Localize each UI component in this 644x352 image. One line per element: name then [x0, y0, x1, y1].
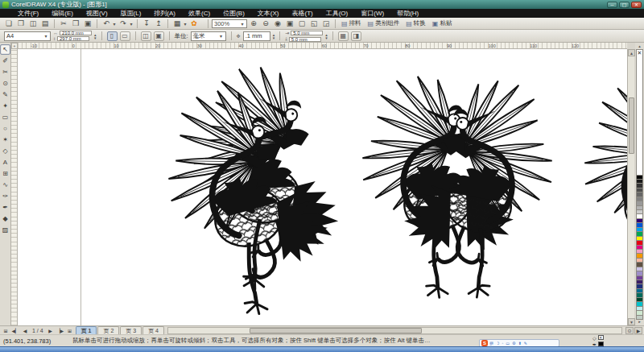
all-pages-button[interactable]: ◫ — [141, 31, 151, 41]
nudge-stepper[interactable]: ▴▾ — [273, 33, 275, 39]
palette-flyout-icon[interactable]: ▸ — [636, 319, 643, 325]
add-page-icon[interactable]: ⊞ — [66, 328, 74, 333]
menu-item[interactable]: 帮助(H) — [390, 9, 425, 18]
paper-size-stepper[interactable]: ▴▾ — [94, 33, 97, 39]
previous-page-icon[interactable]: ◀ — [21, 328, 29, 333]
scroll-right-icon[interactable]: ▶ — [634, 327, 642, 334]
page-tab[interactable]: 页 4 — [142, 326, 164, 334]
sogou-tool-icon[interactable]: 拼 — [489, 341, 493, 346]
page-tab[interactable]: 页 1 — [76, 326, 97, 334]
menu-item[interactable]: 视图(V) — [80, 9, 114, 18]
last-page-icon[interactable]: ▕▶ — [56, 328, 64, 333]
horizontal-scroll-thumb[interactable] — [250, 328, 422, 333]
smart-fill-tool[interactable]: ✦ — [0, 101, 10, 111]
polygon-tool[interactable]: ✶ — [0, 135, 10, 145]
zoom-page-height-icon[interactable]: ◲ — [320, 19, 332, 28]
new-document-icon[interactable]: ❏ — [3, 19, 14, 28]
paper-width-field[interactable]: 210.0 mm — [60, 31, 92, 35]
menu-item[interactable]: 文本(X) — [251, 9, 286, 18]
vertical-scrollbar[interactable]: ▲ ▼ — [627, 49, 634, 325]
sogou-tool-icon[interactable]: ▭ — [506, 341, 510, 346]
menu-item[interactable]: 表格(T) — [285, 9, 319, 18]
outline-pen-tool[interactable]: ✒ — [0, 202, 10, 213]
print-icon[interactable]: ▤ — [39, 19, 51, 28]
options-button[interactable]: ◨ — [351, 31, 361, 41]
sogou-tool-icon[interactable]: ◦ — [502, 341, 503, 346]
maximize-button[interactable]: ▢ — [619, 2, 630, 8]
app-launcher-icon[interactable]: ▦ — [171, 19, 183, 28]
menu-item[interactable]: 位图(B) — [217, 9, 251, 18]
scroll-up-icon[interactable]: ▲ — [628, 49, 635, 56]
close-button[interactable]: ✕ — [631, 2, 642, 8]
page-tab[interactable]: 页 3 — [120, 326, 142, 334]
no-color-swatch[interactable]: ✕ — [636, 49, 643, 176]
dropdown-caret-icon[interactable]: ▾ — [112, 21, 117, 27]
zoom-page-width-icon[interactable]: ◱ — [308, 19, 320, 28]
zoom-tool[interactable]: ⊙ — [0, 78, 10, 89]
chevron-down-icon[interactable]: ▾ — [240, 21, 245, 27]
pick-tool[interactable]: ↖ — [0, 44, 10, 55]
interactive-fill-tool[interactable]: ▨ — [0, 225, 10, 235]
zoom-out-icon[interactable]: ⊖ — [260, 19, 271, 28]
eyedropper-tool[interactable]: ✑ — [0, 191, 10, 201]
page-tab[interactable]: 页 2 — [97, 326, 119, 334]
vertical-scroll-thumb[interactable] — [629, 97, 634, 154]
welcome-screen-icon[interactable]: ✿ — [188, 19, 200, 28]
menu-item[interactable]: 效果(C) — [182, 9, 217, 18]
scroll-down-icon[interactable]: ▼ — [628, 318, 635, 325]
portrait-orientation-button[interactable]: ▯ — [107, 31, 118, 41]
sogou-tool-icon[interactable]: ☽ — [496, 341, 499, 346]
sogou-tool-icon[interactable]: ⚙ — [512, 341, 515, 346]
units-select[interactable]: 毫米 ▾ — [191, 31, 226, 41]
rectangle-tool[interactable]: ▭ — [0, 112, 10, 122]
menu-item[interactable]: 工具(O) — [320, 9, 355, 18]
copy-icon[interactable]: ❒ — [70, 19, 81, 28]
ellipse-tool[interactable]: ○ — [0, 123, 10, 134]
menu-item[interactable]: 文件(F) — [11, 9, 45, 18]
landscape-orientation-button[interactable]: ▭ — [120, 31, 130, 41]
interactive-blend-tool[interactable]: ∿ — [0, 180, 10, 190]
zoom-all-objects-icon[interactable]: ▣ — [284, 19, 295, 28]
palette-scroll-up-icon[interactable]: ▴ — [636, 43, 643, 49]
dropdown-caret-icon[interactable]: ▾ — [129, 21, 134, 27]
freehand-tool[interactable]: ✎ — [0, 89, 10, 100]
windows-taskbar[interactable] — [0, 346, 644, 352]
snap-options-button[interactable]: ▦ — [338, 31, 349, 41]
undo-icon[interactable]: ↶ — [101, 19, 112, 28]
zoom-selected-icon[interactable]: ◉ — [272, 19, 283, 28]
horizontal-scrollbar[interactable] — [167, 327, 622, 334]
save-icon[interactable]: ◫ — [27, 19, 39, 28]
paste-plugin-button[interactable]: ▣粘贴 — [430, 19, 455, 28]
drawing-canvas[interactable] — [18, 49, 627, 325]
open-icon[interactable]: ❐ — [15, 19, 27, 28]
menu-item[interactable]: 窗口(W) — [354, 9, 390, 18]
ruler-origin-button[interactable]: ⌖ — [11, 43, 18, 49]
zoom-level-combo[interactable]: 300% ▾ — [212, 19, 247, 28]
category-component-button[interactable]: ▤类别组件 — [365, 19, 402, 28]
horizontal-ruler[interactable]: -100102030405060708090100110120 — [18, 43, 627, 49]
vertical-ruler[interactable]: 290280270260250240230 — [11, 49, 18, 325]
next-page-icon[interactable]: ▶ — [47, 328, 55, 333]
redo-icon[interactable]: ↷ — [118, 19, 129, 28]
paste-icon[interactable]: ▣ — [82, 19, 93, 28]
convert-button[interactable]: ▤转换 — [403, 19, 428, 28]
shape-tool[interactable]: ✐ — [0, 56, 10, 66]
sogou-logo-icon[interactable]: S — [481, 340, 488, 346]
paper-size-select[interactable]: A4 ▾ — [4, 31, 51, 41]
sogou-tool-icon[interactable]: ✎ — [524, 341, 527, 346]
current-page-button[interactable]: ▣ — [154, 31, 164, 41]
sogou-tool-icon[interactable]: ⬆ — [518, 341, 521, 346]
add-page-icon[interactable]: ⊞ — [2, 328, 10, 333]
text-tool[interactable]: A — [0, 157, 10, 168]
pan-zoom-icon[interactable]: ⊙ — [625, 327, 634, 334]
fill-tool[interactable]: ◆ — [0, 213, 10, 224]
nesting-button[interactable]: ▤排料 — [339, 19, 364, 28]
minimize-button[interactable]: ─ — [607, 2, 617, 8]
zoom-page-icon[interactable]: ▢ — [296, 19, 308, 28]
export-icon[interactable]: ↥ — [153, 19, 164, 28]
menu-item[interactable]: 编辑(E) — [45, 9, 80, 18]
zoom-in-icon[interactable]: ⊕ — [248, 19, 259, 28]
basic-shapes-tool[interactable]: ◇ — [0, 146, 10, 156]
import-icon[interactable]: ↧ — [141, 19, 152, 28]
nudge-distance-field[interactable]: .1 mm — [243, 31, 270, 41]
